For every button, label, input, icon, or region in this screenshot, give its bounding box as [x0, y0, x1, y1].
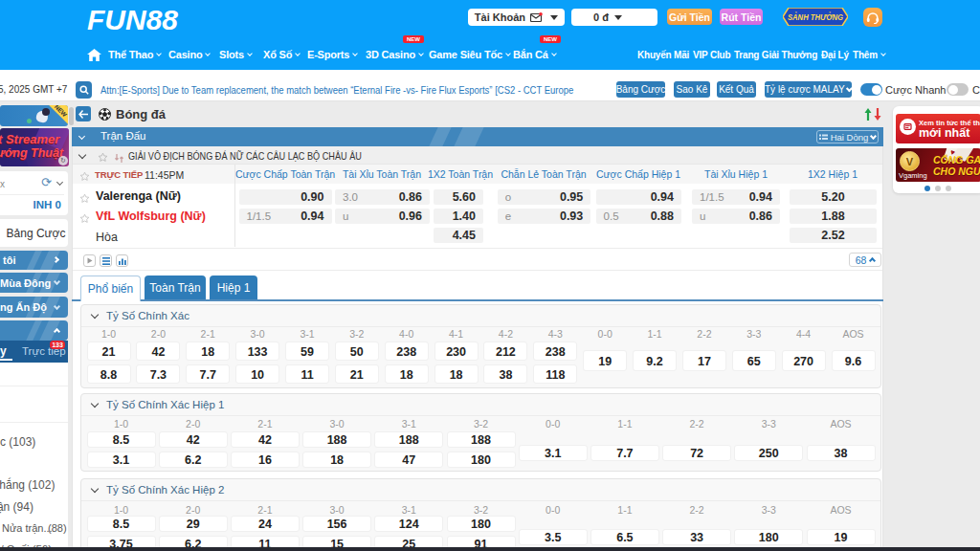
svg-text:SẢNH THƯỞNG: SẢNH THƯỞNG	[788, 11, 843, 22]
